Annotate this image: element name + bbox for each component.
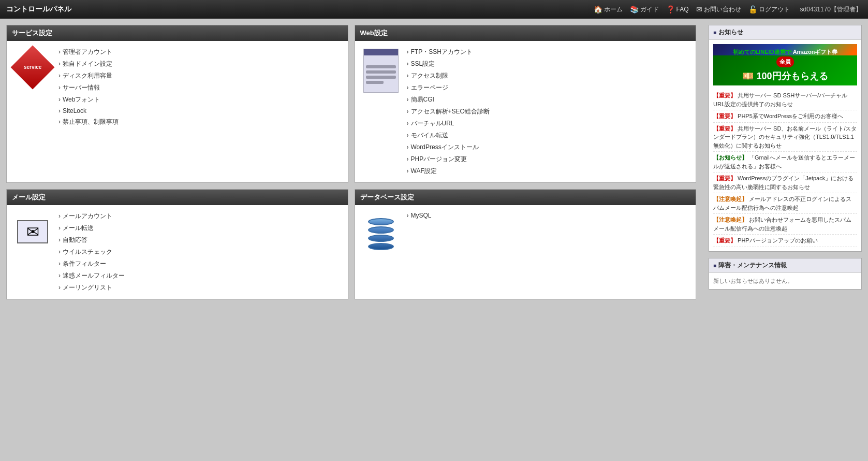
mail-link-filter[interactable]: 条件フィルター xyxy=(58,258,343,270)
service-icon: service xyxy=(12,46,53,128)
top-navigation: コントロールパネル 🏠ホーム 📚ガイド ❓FAQ ✉お問い合わせ 🔓ログアウト … xyxy=(0,0,868,19)
service-links: 管理者アカウント 独自ドメイン設定 ディスク利用容量 サーバー情報 Webフォン… xyxy=(58,46,343,128)
mail-section-header: メール設定 xyxy=(7,190,348,205)
logout-icon: 🔓 xyxy=(748,5,757,13)
web-icon xyxy=(360,46,402,177)
news-header: お知らせ xyxy=(709,25,861,40)
web-link-php[interactable]: PHPバージョン変更 xyxy=(407,153,691,165)
logout-link[interactable]: 🔓ログアウト xyxy=(748,5,790,14)
news-label-4: 【お知らせ】 xyxy=(713,154,747,161)
web-link-virtual[interactable]: バーチャルURL xyxy=(407,118,691,129)
web-link-analytics[interactable]: アクセス解析+SEO総合診断 xyxy=(407,106,691,118)
news-item-8[interactable]: 【重要】 PHPバージョンアップのお願い xyxy=(713,235,857,247)
mail-link-virus[interactable]: ウイルスチェック xyxy=(58,246,343,258)
web-link-mobile[interactable]: モバイル転送 xyxy=(407,129,691,141)
web-section-content: FTP・SSHアカウント SSL設定 アクセス制限 エラーページ 簡易CGI ア… xyxy=(355,41,696,182)
web-link-ftp[interactable]: FTP・SSHアカウント xyxy=(407,46,691,58)
service-link-webfont[interactable]: Webフォント xyxy=(58,94,343,106)
web-icon-inner xyxy=(363,49,399,93)
news-text-8: PHPバージョンアップのお願い xyxy=(738,237,818,243)
service-icon-wrapper: service xyxy=(14,49,51,86)
db-section: データベース設定 MySQL xyxy=(355,189,697,299)
news-item-7[interactable]: 【注意喚起】 お問い合わせフォームを悪用したスパムメール配信行為への注意喚起 xyxy=(713,214,857,235)
mail-link-mailing[interactable]: メーリングリスト xyxy=(58,282,343,294)
news-label-8: 【重要】 xyxy=(713,237,736,243)
news-item-1[interactable]: 【重要】 共用サーバー SD SSHサーバー/バーチャルURL設定の提供終了のお… xyxy=(713,90,857,110)
mail-section: メール設定 ✉ メールアカウント メール転送 自動応答 ウイルスチェック xyxy=(6,189,348,299)
user-info: sd0431170【管理者】 xyxy=(800,5,862,14)
mail-links: メールアカウント メール転送 自動応答 ウイルスチェック 条件フィルター 迷惑メ… xyxy=(58,210,343,294)
mail-link-account[interactable]: メールアカウント xyxy=(58,210,343,222)
banner-main-text: 💴 100円分もらえる xyxy=(742,68,828,84)
faq-link[interactable]: ❓FAQ xyxy=(666,5,689,13)
db-section-icon xyxy=(360,210,402,250)
service-link-server[interactable]: サーバー情報 xyxy=(58,82,343,94)
web-link-cgi[interactable]: 簡易CGI xyxy=(407,94,691,106)
news-item-6[interactable]: 【注意喚起】 メールアドレスの不正ログインによるスパムメール配信行為への注意喚起 xyxy=(713,193,857,214)
mail-section-icon: ✉ xyxy=(12,210,53,294)
web-links: FTP・SSHアカウント SSL設定 アクセス制限 エラーページ 簡易CGI ア… xyxy=(407,46,691,177)
maintenance-body: 新しいお知らせはありません。 xyxy=(709,273,861,289)
mail-icon-inner: ✉ xyxy=(17,220,48,243)
contact-link[interactable]: ✉お問い合わせ xyxy=(696,5,741,14)
app-title: コントロールパネル xyxy=(6,5,71,14)
news-body: 初めてのLINEID連携で Amazonギフト券 全員 💴 100円分もらえる … xyxy=(709,40,861,251)
news-label-3: 【重要】 xyxy=(713,125,736,132)
mail-link-spam[interactable]: 迷惑メールフィルター xyxy=(58,270,343,282)
news-item-2[interactable]: 【重要】 PHP5系でWordPressをご利用のお客様へ xyxy=(713,110,857,123)
service-link-disk[interactable]: ディスク利用容量 xyxy=(58,70,343,82)
service-section: サービス設定 service 管理者アカウント 独自ドメイン設定 ディスク利用容… xyxy=(6,25,348,183)
amazon-banner[interactable]: 初めてのLINEID連携で Amazonギフト券 全員 💴 100円分もらえる xyxy=(713,44,857,85)
db-disk-3 xyxy=(368,235,394,242)
db-section-content: MySQL xyxy=(355,205,696,255)
mail-link-forward[interactable]: メール転送 xyxy=(58,222,343,234)
news-label-5: 【重要】 xyxy=(713,175,736,181)
news-label-1: 【重要】 xyxy=(713,92,736,98)
db-link-mysql[interactable]: MySQL xyxy=(407,210,691,221)
mail-icon-wrapper: ✉ xyxy=(14,213,51,250)
db-disk-4 xyxy=(368,243,394,250)
web-link-access[interactable]: アクセス制限 xyxy=(407,70,691,82)
service-section-content: service 管理者アカウント 独自ドメイン設定 ディスク利用容量 サーバー情… xyxy=(7,41,348,133)
mail-section-content: ✉ メールアカウント メール転送 自動応答 ウイルスチェック 条件フィルター 迷… xyxy=(7,205,348,299)
main-wrapper: サービス設定 service 管理者アカウント 独自ドメイン設定 ディスク利用容… xyxy=(0,19,868,461)
db-disk-2 xyxy=(368,226,394,234)
db-disk-1 xyxy=(368,218,394,225)
web-section-header: Web設定 xyxy=(355,25,696,41)
news-box: お知らせ 初めてのLINEID連携で Amazonギフト券 全員 💴 100円分… xyxy=(709,25,862,252)
home-icon: 🏠 xyxy=(594,5,602,13)
service-section-header: サービス設定 xyxy=(7,25,348,41)
book-icon: 📚 xyxy=(630,5,639,13)
service-link-prohibited[interactable]: 禁止事項、制限事項 xyxy=(58,116,343,128)
service-link-sitelock[interactable]: SiteLock xyxy=(58,106,343,116)
mail-link-auto[interactable]: 自動応答 xyxy=(58,234,343,246)
news-item-3[interactable]: 【重要】 共用サーバー SD、お名前メール（ライト/スタンダードプラン）のセキュ… xyxy=(713,123,857,152)
web-link-wp[interactable]: WordPressインストール xyxy=(407,141,691,153)
db-icon xyxy=(368,218,394,250)
news-label-2: 【重要】 xyxy=(713,113,736,119)
mail-envelope-icon: ✉ xyxy=(26,223,39,241)
web-section: Web設定 xyxy=(355,25,697,183)
right-panel: お知らせ 初めてのLINEID連携で Amazonギフト券 全員 💴 100円分… xyxy=(702,19,868,461)
web-link-error[interactable]: エラーページ xyxy=(407,82,691,94)
news-item-5[interactable]: 【重要】 WordPressのプラグイン「Jetpack」における緊急性の高い脆… xyxy=(713,172,857,193)
web-line-1 xyxy=(366,65,396,68)
db-links: MySQL xyxy=(407,210,691,250)
news-label-6: 【注意喚起】 xyxy=(713,196,747,202)
news-text-2: PHP5系でWordPressをご利用のお客様へ xyxy=(738,113,843,119)
news-item-4[interactable]: 【お知らせ】 「Gmailへメールを送信するとエラーメールが返送される」お客様へ xyxy=(713,152,857,172)
nav-links: 🏠ホーム 📚ガイド ❓FAQ ✉お問い合わせ 🔓ログアウト sd0431170【… xyxy=(594,5,862,14)
guide-link[interactable]: 📚ガイド xyxy=(630,5,659,14)
web-link-waf[interactable]: WAF設定 xyxy=(407,165,691,177)
left-panel: サービス設定 service 管理者アカウント 独自ドメイン設定 ディスク利用容… xyxy=(0,19,702,461)
web-icon-wrapper xyxy=(362,49,400,95)
news-label-7: 【注意喚起】 xyxy=(713,217,747,223)
web-line-4 xyxy=(366,81,384,84)
web-link-ssl[interactable]: SSL設定 xyxy=(407,58,691,70)
maintenance-header: 障害・メンテナンス情報 xyxy=(709,258,861,273)
service-link-domain[interactable]: 独自ドメイン設定 xyxy=(58,58,343,70)
home-link[interactable]: 🏠ホーム xyxy=(594,5,623,14)
service-diamond: service xyxy=(11,46,55,90)
web-line-2 xyxy=(366,70,396,74)
service-link-admin[interactable]: 管理者アカウント xyxy=(58,46,343,58)
